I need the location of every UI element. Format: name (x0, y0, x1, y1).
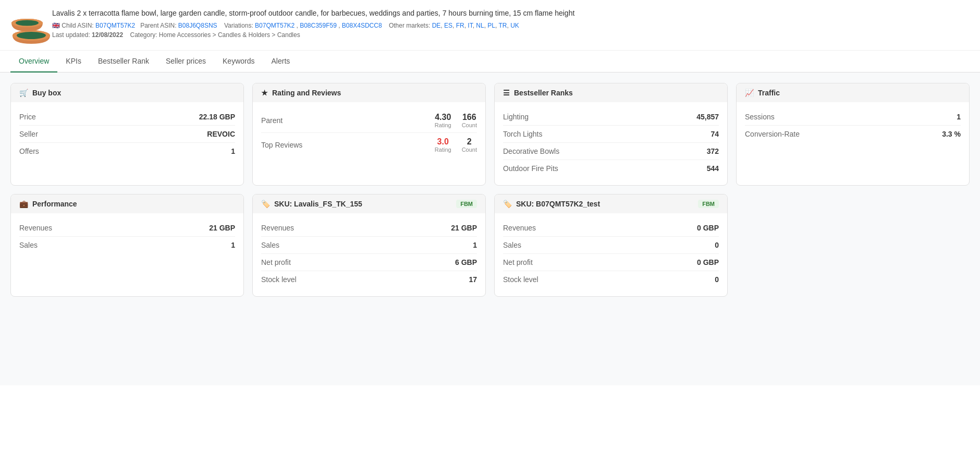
sku-b07-netprofit-row: Net profit 0 GBP (503, 254, 719, 271)
sku-b07-header: 🏷️ SKU: B07QMT57K2_test FBM (495, 194, 727, 213)
tag-icon-lavalis: 🏷️ (261, 200, 270, 208)
market-fr[interactable]: FR (456, 22, 464, 29)
tab-kpis[interactable]: KPIs (57, 51, 90, 72)
buy-box-header: 🛒 Buy box (11, 83, 243, 102)
sku-lavalis-header: 🏷️ SKU: Lavalis_FS_TK_155 FBM (253, 194, 485, 213)
buy-box-card: 🛒 Buy box Price 22.18 GBP Seller REVOIC … (10, 83, 244, 186)
tab-keywords[interactable]: Keywords (214, 51, 263, 72)
buy-box-price-row: Price 22.18 GBP (19, 108, 235, 126)
svg-point-5 (16, 20, 39, 26)
performance-header: 💼 Performance (11, 194, 243, 213)
top-count-block: 2 Count (462, 137, 477, 153)
performance-sales-row: Sales 1 (19, 237, 235, 253)
fbm-badge-b07: FBM (698, 200, 719, 208)
tag-icon-b07: 🏷️ (503, 200, 512, 208)
sku-lavalis-revenues-row: Revenues 21 GBP (261, 220, 477, 237)
product-info: Lavalis 2 x terracotta flame bowl, large… (52, 8, 970, 41)
chart-icon: 📈 (745, 89, 754, 97)
performance-card: 💼 Performance Revenues 21 GBP Sales 1 (10, 194, 244, 297)
market-pl[interactable]: PL (487, 22, 495, 29)
sku-b07-sales-row: Sales 0 (503, 237, 719, 254)
traffic-header: 📈 Traffic (737, 83, 969, 102)
sku-lavalis-card: 🏷️ SKU: Lavalis_FS_TK_155 FBM Revenues 2… (252, 194, 486, 297)
rank-bowls-row: Decorative Bowls 372 (503, 143, 719, 160)
product-title: Lavalis 2 x terracotta flame bowl, large… (52, 8, 970, 19)
market-tr[interactable]: TR (499, 22, 507, 29)
market-nl[interactable]: NL (476, 22, 484, 29)
variation-link-3[interactable]: B08X4SDCC8 (342, 22, 382, 29)
rank-lighting-row: Lighting 45,857 (503, 108, 719, 126)
product-meta-asin: 🇬🇧 Child ASIN: B07QMT57K2 Parent ASIN: B… (52, 22, 970, 29)
rating-reviews-card: ★ Rating and Reviews Parent 4.30 Rating … (252, 83, 486, 186)
traffic-conversion-row: Conversion-Rate 3.3 % (745, 126, 961, 142)
svg-point-2 (17, 32, 46, 39)
tab-seller-prices[interactable]: Seller prices (157, 51, 214, 72)
cards-row-1: 🛒 Buy box Price 22.18 GBP Seller REVOIC … (10, 83, 970, 186)
star-icon: ★ (261, 89, 268, 97)
top-rating-block: 3.0 Rating (435, 137, 451, 153)
parent-rating-block: 4.30 Rating (435, 113, 451, 128)
traffic-sessions-row: Sessions 1 (745, 108, 961, 126)
market-de[interactable]: DE (432, 22, 441, 29)
bestseller-ranks-header: ☰ Bestseller Ranks (495, 83, 727, 102)
market-uk[interactable]: UK (510, 22, 519, 29)
tab-bar: Overview KPIs Bestseller Rank Seller pri… (0, 51, 980, 72)
rating-reviews-header: ★ Rating and Reviews (253, 83, 485, 102)
product-image (10, 8, 52, 45)
flag-icon: 🇬🇧 (52, 22, 60, 29)
parent-asin-link[interactable]: B08J6Q8SNS (178, 22, 217, 29)
cart-icon: 🛒 (19, 89, 28, 97)
variation-link-1[interactable]: B07QMT57K2 (255, 22, 295, 29)
product-header: Lavalis 2 x terracotta flame bowl, large… (0, 0, 980, 51)
rank-torch-row: Torch Lights 74 (503, 126, 719, 143)
sku-b07-revenues-row: Revenues 0 GBP (503, 220, 719, 237)
market-es[interactable]: ES (444, 22, 452, 29)
tab-bestseller-rank[interactable]: Bestseller Rank (90, 51, 157, 72)
variation-link-2[interactable]: B08C359F59 (300, 22, 337, 29)
buy-box-offers-row: Offers 1 (19, 143, 235, 160)
main-content: 🛒 Buy box Price 22.18 GBP Seller REVOIC … (0, 72, 980, 385)
fbm-badge-lavalis: FBM (456, 200, 477, 208)
list-icon: ☰ (503, 89, 510, 97)
rating-top-reviews-row: Top Reviews 3.0 Rating 2 Count (261, 133, 477, 157)
briefcase-icon: 💼 (19, 200, 28, 208)
child-asin-link[interactable]: B07QMT57K2 (95, 22, 135, 29)
product-meta-category: Last updated: 12/08/2022 Category: Home … (52, 31, 970, 39)
tab-alerts[interactable]: Alerts (263, 51, 298, 72)
bestseller-ranks-card: ☰ Bestseller Ranks Lighting 45,857 Torch… (494, 83, 728, 186)
sku-lavalis-stock-row: Stock level 17 (261, 271, 477, 288)
parent-count-block: 166 Count (462, 113, 477, 128)
sku-b07-stock-row: Stock level 0 (503, 271, 719, 288)
sku-lavalis-sales-row: Sales 1 (261, 237, 477, 254)
buy-box-seller-row: Seller REVOIC (19, 126, 235, 143)
cards-row-2: 💼 Performance Revenues 21 GBP Sales 1 🏷️… (10, 194, 970, 297)
rank-firepits-row: Outdoor Fire Pits 544 (503, 160, 719, 177)
market-it[interactable]: IT (468, 22, 472, 29)
traffic-card: 📈 Traffic Sessions 1 Conversion-Rate 3.3… (736, 83, 970, 186)
rating-parent-row: Parent 4.30 Rating 166 Count (261, 108, 477, 133)
tab-overview[interactable]: Overview (10, 51, 57, 72)
performance-revenues-row: Revenues 21 GBP (19, 220, 235, 237)
sku-lavalis-netprofit-row: Net profit 6 GBP (261, 254, 477, 271)
sku-b07-card: 🏷️ SKU: B07QMT57K2_test FBM Revenues 0 G… (494, 194, 728, 297)
